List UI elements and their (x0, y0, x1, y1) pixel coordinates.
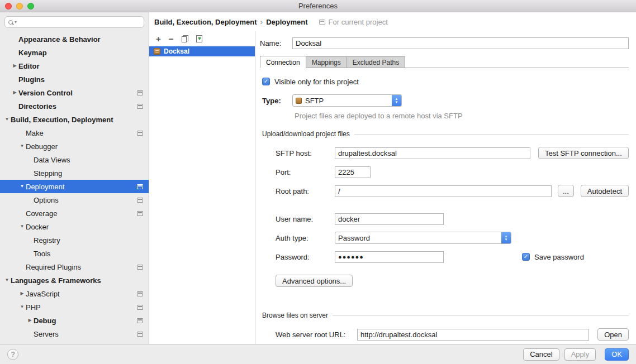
sidebar-item-coverage[interactable]: Coverage (0, 207, 149, 220)
sidebar-item-data-views[interactable]: Data Views (0, 153, 149, 166)
section-divider (333, 315, 629, 316)
browse-root-path-button[interactable]: ... (558, 185, 574, 197)
visible-only-checkbox[interactable]: ✓ (262, 78, 270, 85)
chevron-down-icon[interactable]: ▼ (3, 274, 11, 287)
sidebar-item-label: Servers (34, 330, 59, 338)
main-panel: Build, Execution, Deployment › Deploymen… (149, 12, 636, 344)
sidebar-item-docker[interactable]: ▼ Docker (0, 220, 149, 233)
zoom-window-button[interactable] (27, 3, 34, 9)
search-box[interactable]: ▾ (4, 16, 144, 28)
sidebar-item-build-execution-deployment[interactable]: ▼ Build, Execution, Deployment (0, 113, 149, 126)
chevron-right-icon[interactable]: ▶ (11, 59, 18, 73)
chevron-down-icon[interactable]: ▼ (18, 300, 26, 314)
settings-sidebar: ▾ Appearance & Behavior Keymap ▶ Editor (0, 12, 149, 344)
title-bar[interactable]: Preferences (0, 0, 636, 12)
minimize-window-button[interactable] (16, 3, 23, 9)
type-select[interactable]: SFTP ▲ ▼ (292, 94, 402, 107)
current-project-icon (137, 90, 143, 95)
user-name-input[interactable] (335, 213, 444, 225)
web-root-input[interactable] (357, 329, 589, 341)
current-project-icon (137, 198, 143, 203)
sidebar-item-debug[interactable]: ▶ Debug (0, 314, 149, 327)
sidebar-item-directories[interactable]: Directories (0, 99, 149, 113)
sidebar-item-label: Registry (34, 236, 60, 245)
tab-excluded-paths[interactable]: Excluded Paths (347, 56, 405, 68)
type-value: SFTP (305, 97, 392, 105)
chevron-down-icon[interactable]: ▼ (3, 113, 11, 126)
current-project-icon (137, 265, 143, 270)
sidebar-item-appearance-behavior[interactable]: Appearance & Behavior (0, 32, 149, 46)
sidebar-item-label: Directories (18, 102, 56, 111)
sidebar-item-label: Required Plugins (26, 263, 81, 271)
server-list-item-docksal[interactable]: Docksal (149, 46, 255, 56)
auth-type-select[interactable]: Password ▲ ▼ (335, 232, 511, 244)
sidebar-item-label: Options (34, 196, 59, 204)
autodetect-button[interactable]: Autodetect (581, 185, 629, 197)
check-icon: ✓ (264, 78, 268, 84)
chevron-down-icon[interactable]: ▼ (18, 180, 26, 193)
name-input[interactable] (292, 37, 629, 49)
root-path-label: Root path: (276, 187, 335, 195)
preferences-window: Preferences ▾ Appearance & Behavior Keym… (0, 0, 636, 364)
port-input[interactable] (335, 166, 371, 178)
tab-bar: Connection Mappings Excluded Paths (260, 56, 629, 68)
help-button[interactable]: ? (7, 349, 18, 360)
sidebar-item-options[interactable]: Options (0, 193, 149, 207)
sidebar-item-plugins[interactable]: Plugins (0, 73, 149, 86)
password-input[interactable] (335, 251, 444, 263)
sidebar-item-deployment[interactable]: ▼ Deployment (0, 180, 149, 193)
sidebar-item-php[interactable]: ▼ PHP (0, 300, 149, 314)
sftp-host-input[interactable] (335, 147, 530, 159)
sftp-type-icon (296, 98, 302, 104)
ok-button[interactable]: OK (605, 348, 629, 361)
chevron-right-icon[interactable]: ▶ (26, 314, 34, 327)
close-window-button[interactable] (5, 3, 12, 9)
search-input[interactable] (18, 18, 140, 26)
advanced-options-button[interactable]: Advanced options... (276, 275, 353, 287)
tab-mappings[interactable]: Mappings (306, 56, 347, 68)
test-sftp-connection-button[interactable]: Test SFTP connection... (538, 147, 629, 159)
combo-stepper-icon[interactable]: ▲ ▼ (501, 232, 511, 243)
dialog-footer: ? Cancel Apply OK (0, 344, 636, 364)
sidebar-item-make[interactable]: Make (0, 126, 149, 140)
sidebar-item-debugger[interactable]: ▼ Debugger (0, 140, 149, 153)
save-password-label: Save password (534, 253, 584, 261)
chevron-right-icon[interactable]: ▶ (18, 287, 26, 300)
chevron-down-icon[interactable]: ▼ (18, 140, 26, 153)
name-row: Name: (260, 36, 629, 50)
sidebar-item-tools[interactable]: Tools (0, 247, 149, 260)
upload-section-label: Upload/download project files (262, 130, 350, 138)
breadcrumb-category[interactable]: Build, Execution, Deployment (154, 18, 257, 26)
import-servers-icon[interactable] (196, 35, 202, 42)
remove-server-icon[interactable]: − (169, 35, 174, 43)
search-caret-icon[interactable]: ▾ (15, 20, 17, 25)
save-password-checkbox[interactable]: ✓ (522, 253, 530, 261)
combo-stepper-icon[interactable]: ▲ ▼ (392, 95, 401, 106)
sidebar-item-label: Keymap (18, 49, 47, 57)
sidebar-item-version-control[interactable]: ▶ Version Control (0, 86, 149, 99)
sidebar-item-languages-frameworks[interactable]: ▼ Languages & Frameworks (0, 274, 149, 287)
sidebar-item-stepping[interactable]: Stepping (0, 166, 149, 180)
cancel-button[interactable]: Cancel (523, 348, 559, 361)
sidebar-item-registry[interactable]: Registry (0, 233, 149, 247)
current-project-icon (137, 332, 143, 337)
copy-server-icon[interactable] (182, 35, 188, 42)
server-name: Docksal (164, 47, 189, 55)
apply-button[interactable]: Apply (564, 348, 596, 361)
add-server-icon[interactable]: + (156, 35, 161, 43)
search-icon (8, 20, 13, 25)
open-url-button[interactable]: Open (597, 328, 629, 341)
sidebar-item-keymap[interactable]: Keymap (0, 46, 149, 59)
chevron-right-icon[interactable]: ▶ (11, 86, 18, 99)
settings-tree: Appearance & Behavior Keymap ▶ Editor Pl… (0, 31, 149, 344)
root-path-input[interactable] (335, 185, 552, 197)
sidebar-item-label: Build, Execution, Deployment (11, 116, 113, 124)
sidebar-item-label: Debugger (26, 142, 58, 151)
sidebar-item-javascript[interactable]: ▶ JavaScript (0, 287, 149, 300)
tab-connection[interactable]: Connection (260, 56, 306, 68)
sidebar-item-label: Version Control (18, 89, 73, 97)
sidebar-item-servers[interactable]: Servers (0, 327, 149, 341)
sidebar-item-required-plugins[interactable]: Required Plugins (0, 260, 149, 274)
chevron-down-icon[interactable]: ▼ (18, 220, 26, 233)
sidebar-item-editor[interactable]: ▶ Editor (0, 59, 149, 73)
